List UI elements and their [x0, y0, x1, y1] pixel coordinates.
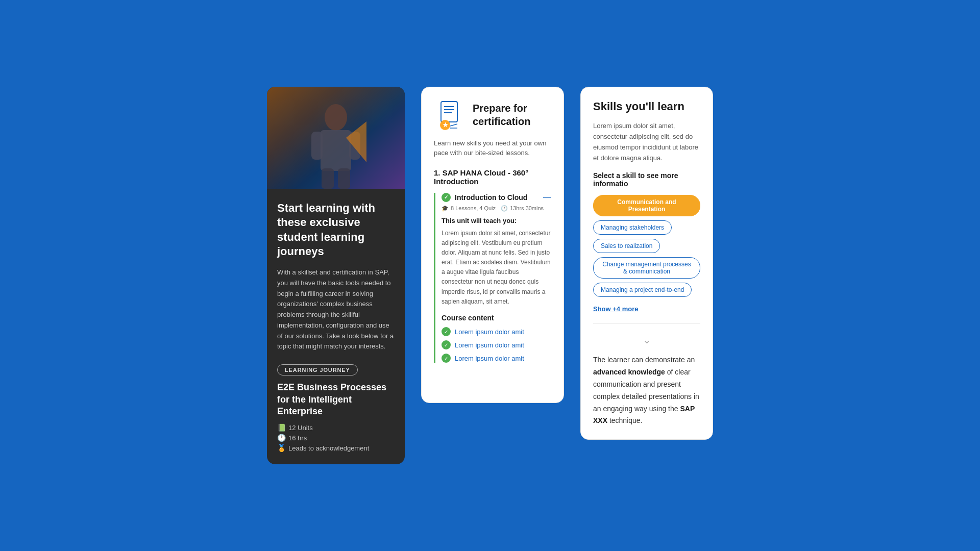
brand-text: SAP XXX [593, 405, 695, 425]
lessons-label: 8 Lessons, 4 Quiz [451, 205, 496, 211]
skill-chip-change-mgmt[interactable]: Change management processes & communicat… [593, 257, 700, 279]
hours-label: 16 hrs [288, 434, 307, 442]
book-icon: 📗 [277, 423, 285, 432]
chevron-down-icon: ⌄ [643, 334, 651, 346]
check-icon-2: ✓ [442, 340, 451, 349]
units-row: 📗 12 Units [277, 423, 395, 432]
time-meta: 🕐 13hrs 30mins [501, 205, 544, 212]
grad-icon: 🎓 [442, 205, 449, 212]
skills-grid: Communication and Presentation Managing … [593, 195, 700, 297]
course-content-title: Course content [442, 314, 551, 322]
course-number: 1. [434, 168, 440, 177]
bold-text: advanced knowledge [593, 368, 665, 376]
check-icon: ✓ [442, 193, 451, 202]
skill-chip-communication[interactable]: Communication and Presentation [593, 195, 700, 216]
cert-icon: 🏅 [277, 444, 285, 452]
svg-rect-4 [322, 168, 334, 189]
unit-meta: 🎓 8 Lessons, 4 Quiz 🕐 13hrs 30mins [442, 205, 551, 212]
content-item-1: ✓ Lorem ipsum dolor amit [442, 327, 551, 336]
card-2-subtitle: Learn new skills you need at your own pa… [434, 138, 551, 158]
course-number-title: 1. SAP HANA Cloud - 360° Introduction [434, 168, 551, 186]
skills-card: Skills you'll learn Lorem ipsum dolor si… [580, 87, 713, 440]
content-item-2: ✓ Lorem ipsum dolor amit [442, 340, 551, 349]
skills-title: Skills you'll learn [593, 99, 700, 114]
content-link-2[interactable]: Lorem ipsum dolor amit [455, 341, 524, 349]
leads-to-label: Leads to acknowledgement [288, 444, 369, 452]
unit-header: ✓ Introduction to Cloud — [442, 193, 551, 202]
divider [593, 323, 700, 323]
show-more-link[interactable]: Show +4 more [593, 305, 700, 313]
time-icon: 🕐 [501, 205, 508, 212]
card-1-title: Start learning with these exclusive stud… [277, 201, 395, 259]
card-1-description: With a skillset and certification in SAP… [277, 267, 395, 352]
course-meta: 📗 12 Units 🕐 16 hrs 🏅 Leads to acknowled… [277, 423, 395, 452]
unit-name-row: ✓ Introduction to Cloud [442, 193, 527, 202]
svg-rect-2 [311, 132, 323, 160]
hours-row: 🕐 16 hrs [277, 434, 395, 442]
content-link-1[interactable]: Lorem ipsum dolor amit [455, 328, 524, 336]
certification-icon: ★ [434, 99, 464, 130]
check-icon-1: ✓ [442, 327, 451, 336]
unit-name-label: Introduction to Cloud [455, 193, 527, 202]
collapse-icon[interactable]: — [543, 193, 551, 202]
unit-teach-text: Lorem ipsum dolor sit amet, consectetur … [442, 229, 551, 307]
course-name: SAP HANA Cloud - 360° Introduction [434, 168, 528, 186]
learning-journey-card: Start learning with these exclusive stud… [267, 87, 405, 465]
svg-line-13 [450, 124, 457, 126]
card-2-header: ★ Prepare for certification [434, 99, 551, 130]
card-hero-image [267, 87, 405, 189]
svg-rect-1 [321, 130, 351, 171]
course-content-list: ✓ Lorem ipsum dolor amit ✓ Lorem ipsum d… [442, 327, 551, 363]
cards-container: Start learning with these exclusive stud… [247, 66, 733, 485]
check-icon-3: ✓ [442, 354, 451, 363]
skill-select-label: Select a skill to see more informatio [593, 171, 700, 188]
time-label: 13hrs 30mins [510, 205, 544, 211]
units-label: 12 Units [288, 424, 313, 432]
course-title: E2E Business Processes for the Intellige… [277, 382, 395, 417]
person-silhouette [305, 97, 366, 189]
card-2-title: Prepare for certification [473, 102, 551, 128]
card-1-content: Start learning with these exclusive stud… [267, 189, 405, 465]
svg-text:★: ★ [443, 121, 448, 129]
skill-detail-text: The learner can demonstrate an advanced … [593, 354, 700, 427]
certification-card: ★ Prepare for certification Learn new sk… [421, 87, 564, 403]
svg-rect-7 [441, 102, 457, 122]
skill-chip-stakeholders[interactable]: Managing stakeholders [593, 220, 672, 235]
leads-to-row: 🏅 Leads to acknowledgement [277, 444, 395, 452]
learning-journey-badge: LEARNING JOURNEY [277, 364, 358, 375]
svg-point-0 [325, 104, 347, 131]
content-item-3: ✓ Lorem ipsum dolor amit [442, 354, 551, 363]
clock-icon: 🕐 [277, 434, 285, 442]
unit-section: ✓ Introduction to Cloud — 🎓 8 Lessons, 4… [434, 193, 551, 363]
skill-chip-sales[interactable]: Sales to realization [593, 239, 660, 253]
unit-teach-title: This unit will teach you: [442, 217, 551, 224]
content-link-3[interactable]: Lorem ipsum dolor amit [455, 355, 524, 362]
chevron-wrapper: ⌄ [593, 334, 700, 346]
skill-chip-project[interactable]: Managing a project end-to-end [593, 283, 692, 297]
cert-svg-icon: ★ [434, 99, 464, 130]
lessons-meta: 🎓 8 Lessons, 4 Quiz [442, 205, 496, 212]
skills-description: Lorem ipsum dolor sit amet, consectetur … [593, 121, 700, 163]
svg-rect-5 [338, 168, 350, 189]
